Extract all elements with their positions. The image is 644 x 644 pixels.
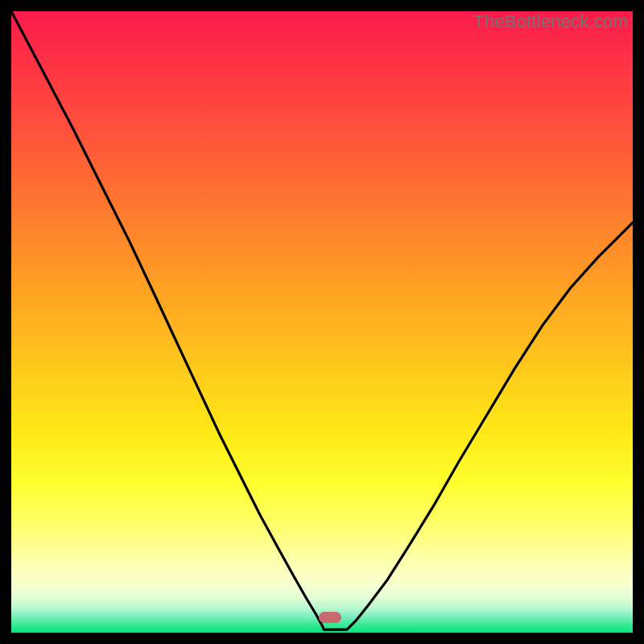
plot-frame: TheBottleneck.com: [11, 11, 633, 633]
minimum-marker: [319, 612, 341, 623]
gradient-background: [11, 11, 633, 633]
bottleneck-chart: [11, 11, 633, 633]
watermark-text: TheBottleneck.com: [473, 11, 628, 32]
